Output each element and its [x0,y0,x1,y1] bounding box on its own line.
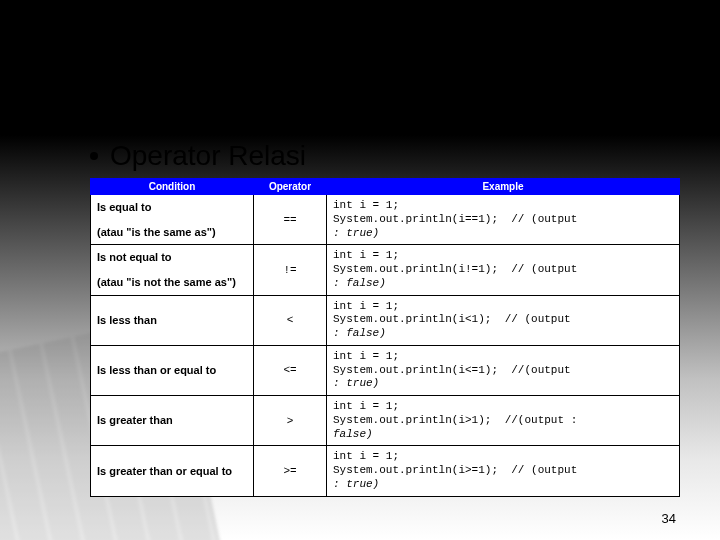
condition-text: Is greater than or equal to [97,463,247,480]
cell-example: int i = 1; System.out.println(i>=1); // … [327,446,680,496]
condition-text: Is greater than [97,412,247,429]
code-line: System.out.println(i<1); // (output [333,313,571,325]
code-line: : true) [333,227,379,239]
header-operator: Operator [254,179,327,195]
condition-text: Is less than [97,312,247,329]
header-example: Example [327,179,680,195]
code-line: int i = 1; [333,300,399,312]
code-line: System.out.println(i==1); // (output [333,213,577,225]
cell-operator: != [254,245,327,295]
code-line: System.out.println(i>1); //(output : [333,414,577,426]
cell-condition: Is greater than or equal to [91,446,254,496]
cell-operator: == [254,195,327,245]
code-line: System.out.println(i!=1); // (output [333,263,577,275]
code-line: int i = 1; [333,400,399,412]
code-line: : false) [333,327,386,339]
table-row: Is greater than or equal to >= int i = 1… [91,446,680,496]
cell-condition: Is less than [91,295,254,345]
condition-text: Is not equal to [97,249,247,266]
slide-number: 34 [662,511,676,526]
cell-condition: Is equal to (atau "is the same as") [91,195,254,245]
cell-example: int i = 1; System.out.println(i>1); //(o… [327,396,680,446]
code-line: int i = 1; [333,249,399,261]
condition-text: Is equal to [97,199,247,216]
code-line: System.out.println(i>=1); // (output [333,464,577,476]
cell-condition: Is greater than [91,396,254,446]
cell-operator: < [254,295,327,345]
table-row: Is equal to (atau "is the same as") == i… [91,195,680,245]
title-row: Operator Relasi [90,140,680,172]
cell-example: int i = 1; System.out.println(i<1); // (… [327,295,680,345]
cell-example: int i = 1; System.out.println(i!=1); // … [327,245,680,295]
cell-example: int i = 1; System.out.println(i<=1); //(… [327,345,680,395]
table-row: Is less than or equal to <= int i = 1; S… [91,345,680,395]
code-line: System.out.println(i<=1); //(output [333,364,571,376]
condition-text: Is less than or equal to [97,362,247,379]
cell-operator: <= [254,345,327,395]
slide-content: Operator Relasi Condition Operator Examp… [90,140,680,497]
cell-operator: > [254,396,327,446]
operator-table: Condition Operator Example Is equal to (… [90,178,680,497]
code-line: : true) [333,377,379,389]
code-line: int i = 1; [333,199,399,211]
table-row: Is greater than > int i = 1; System.out.… [91,396,680,446]
table-row: Is not equal to (atau "is not the same a… [91,245,680,295]
code-line: int i = 1; [333,450,399,462]
condition-subtext: (atau "is the same as") [97,224,247,241]
cell-operator: >= [254,446,327,496]
code-line: false) [333,428,373,440]
bullet-icon [90,152,98,160]
code-line: : false) [333,277,386,289]
condition-subtext: (atau "is not the same as") [97,274,247,291]
slide-title: Operator Relasi [110,140,306,172]
table-row: Is less than < int i = 1; System.out.pri… [91,295,680,345]
cell-condition: Is not equal to (atau "is not the same a… [91,245,254,295]
cell-condition: Is less than or equal to [91,345,254,395]
header-condition: Condition [91,179,254,195]
code-line: int i = 1; [333,350,399,362]
cell-example: int i = 1; System.out.println(i==1); // … [327,195,680,245]
code-line: : true) [333,478,379,490]
